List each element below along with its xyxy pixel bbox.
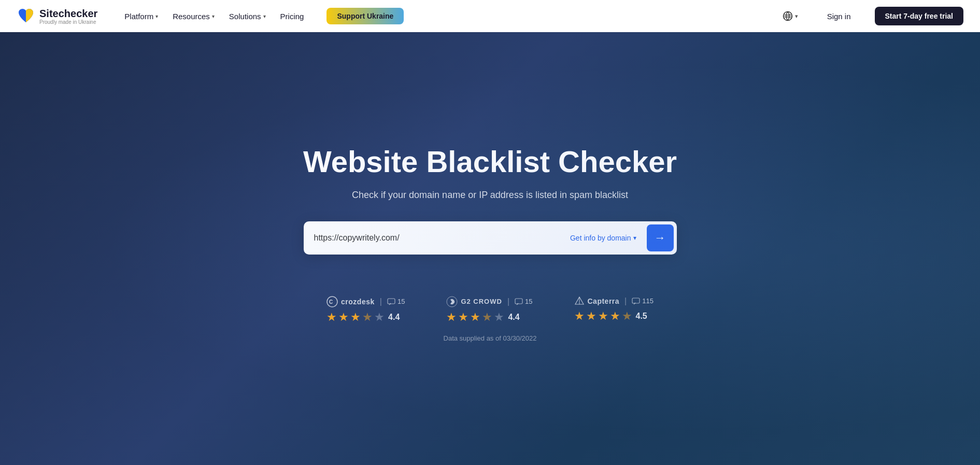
- nav-solutions[interactable]: Solutions ▾: [223, 9, 272, 24]
- chat-icon-3: [632, 298, 640, 305]
- search-go-button[interactable]: →: [647, 224, 674, 251]
- resources-chevron-icon: ▾: [212, 13, 215, 19]
- hero-subtitle: Check if your domain name or IP address …: [352, 190, 628, 201]
- platform-chevron-icon: ▾: [155, 13, 158, 19]
- g2crowd-stars: ★ ★ ★ ★ ★ 4.4: [446, 311, 519, 324]
- reviews-row: C crozdesk | 15 ★ ★: [326, 296, 654, 324]
- capterra-count: 115: [632, 297, 654, 305]
- svg-rect-9: [632, 298, 640, 303]
- crozdesk-score: 4.4: [388, 313, 400, 322]
- solutions-chevron-icon: ▾: [263, 13, 266, 19]
- crozdesk-count: 15: [387, 298, 405, 305]
- reviews-wrapper: C crozdesk | 15 ★ ★: [17, 255, 963, 342]
- svg-rect-4: [388, 299, 395, 304]
- g2crowd-score: 4.4: [508, 313, 519, 322]
- signin-button[interactable]: Sign in: [820, 9, 858, 24]
- nav-pricing[interactable]: Pricing: [274, 9, 310, 24]
- capterra-logo: Capterra: [574, 296, 620, 306]
- svg-rect-6: [515, 299, 522, 304]
- navbar: Sitechecker Proudly made in Ukraine Plat…: [0, 0, 980, 32]
- support-ukraine-button[interactable]: Support Ukraine: [326, 8, 404, 24]
- capterra-icon: [574, 296, 585, 306]
- nav-platform[interactable]: Platform ▾: [118, 9, 164, 24]
- data-supplied-text: Data supplied as of 03/30/2022: [17, 334, 963, 342]
- get-info-label: Get info by domain: [570, 234, 631, 242]
- capterra-stars: ★ ★ ★ ★ ★ 4.5: [574, 309, 647, 323]
- divider-1: |: [380, 297, 382, 306]
- review-g2crowd: G2 CROWD | 15 ★ ★ ★ ★: [446, 296, 532, 324]
- review-crozdesk: C crozdesk | 15 ★ ★: [326, 296, 405, 324]
- g2crowd-header: G2 CROWD | 15: [446, 296, 532, 307]
- crozdesk-icon: C: [326, 296, 338, 307]
- g2crowd-logo: G2 CROWD: [446, 296, 502, 307]
- capterra-header: Capterra | 115: [574, 296, 654, 306]
- get-info-dropdown[interactable]: Get info by domain ▾: [566, 232, 641, 244]
- arrow-right-icon: →: [655, 231, 666, 245]
- svg-text:C: C: [329, 299, 333, 305]
- crozdesk-stars: ★ ★ ★ ★ ★ 4.4: [326, 311, 400, 324]
- divider-3: |: [624, 297, 627, 306]
- review-capterra: Capterra | 115 ★ ★ ★ ★: [574, 296, 654, 323]
- nav-resources[interactable]: Resources ▾: [166, 9, 221, 24]
- globe-icon: [783, 11, 793, 21]
- trial-button[interactable]: Start 7-day free trial: [875, 7, 964, 25]
- language-selector[interactable]: ▾: [777, 8, 803, 24]
- hero-title: Website Blacklist Checker: [303, 145, 677, 179]
- capterra-score: 4.5: [636, 312, 647, 321]
- crozdesk-header: C crozdesk | 15: [326, 296, 405, 307]
- crozdesk-logo: C crozdesk: [326, 296, 375, 307]
- dropdown-chevron-icon: ▾: [633, 234, 636, 242]
- g2crowd-icon: [446, 296, 458, 307]
- divider-2: |: [507, 297, 509, 306]
- logo-tagline: Proudly made in Ukraine: [39, 19, 97, 25]
- nav-links: Platform ▾ Resources ▾ Solutions ▾ Prici…: [118, 9, 310, 24]
- chat-icon-2: [515, 298, 523, 305]
- logo-name: Sitechecker: [39, 8, 97, 19]
- g2crowd-count: 15: [515, 298, 532, 305]
- search-input[interactable]: [314, 233, 560, 243]
- globe-chevron-icon: ▾: [795, 13, 798, 20]
- search-box: Get info by domain ▾ →: [304, 221, 677, 255]
- chat-icon-1: [387, 298, 395, 305]
- logo[interactable]: Sitechecker Proudly made in Ukraine: [17, 7, 97, 25]
- logo-icon: [17, 7, 35, 25]
- logo-text: Sitechecker Proudly made in Ukraine: [39, 8, 97, 25]
- hero-section: Website Blacklist Checker Check if your …: [0, 32, 980, 465]
